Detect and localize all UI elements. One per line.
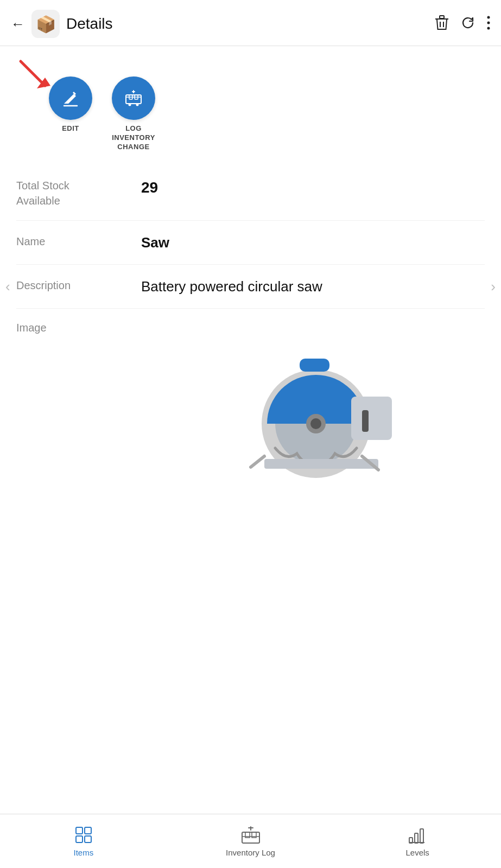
svg-rect-18 [351, 397, 392, 440]
svg-point-4 [487, 16, 490, 19]
svg-rect-22 [264, 459, 378, 469]
edit-action-group: EDIT [49, 76, 92, 133]
levels-nav-label: Levels [406, 848, 429, 857]
log-inventory-button[interactable] [112, 76, 155, 120]
name-value: Saw [141, 233, 485, 252]
svg-line-7 [21, 61, 45, 86]
image-row: Image [0, 309, 501, 494]
chevron-left-button[interactable]: ‹ [5, 278, 10, 295]
svg-point-21 [310, 418, 321, 429]
chevron-right-button[interactable]: › [491, 278, 496, 295]
total-stock-row: Total StockAvailable 29 [16, 165, 485, 221]
levels-icon [408, 825, 427, 845]
edit-label: EDIT [62, 124, 79, 133]
header-left: ← 📦 Details [11, 10, 435, 38]
svg-rect-19 [362, 410, 369, 432]
log-inventory-label: LOGINVENTORYCHANGE [112, 124, 155, 152]
svg-rect-1 [440, 16, 444, 18]
svg-rect-32 [420, 829, 423, 843]
detail-section: Total StockAvailable 29 Name Saw ‹ Descr… [0, 165, 501, 309]
delete-button[interactable] [435, 15, 449, 33]
image-content [141, 321, 485, 494]
saw-image [221, 326, 405, 489]
nav-item-levels[interactable]: Levels [334, 825, 501, 857]
package-icon: 📦 [36, 15, 56, 34]
header-actions [435, 15, 490, 33]
svg-rect-26 [85, 836, 91, 843]
nav-item-inventory-log[interactable]: Inventory Log [167, 825, 334, 857]
svg-rect-10 [126, 95, 141, 104]
name-row: Name Saw [16, 221, 485, 265]
more-button[interactable] [487, 16, 490, 32]
svg-point-14 [136, 104, 139, 106]
inventory-log-nav-label: Inventory Log [226, 848, 275, 857]
inventory-log-icon [241, 825, 261, 845]
description-value: Battery powered circular saw [141, 277, 485, 296]
svg-rect-27 [242, 832, 259, 843]
page-title: Details [66, 15, 113, 33]
svg-rect-31 [415, 833, 418, 843]
svg-rect-23 [76, 827, 83, 834]
header-icon: 📦 [31, 10, 60, 38]
back-button[interactable]: ← [11, 17, 25, 31]
description-row: ‹ Description Battery powered circular s… [16, 265, 485, 309]
log-inventory-action-group: LOGINVENTORYCHANGE [112, 76, 155, 152]
refresh-button[interactable] [461, 16, 475, 32]
nav-item-items[interactable]: Items [0, 825, 167, 857]
svg-rect-25 [76, 836, 83, 843]
total-stock-label: Total StockAvailable [16, 177, 141, 208]
svg-rect-17 [300, 359, 329, 372]
total-stock-value: 29 [141, 177, 485, 198]
name-label: Name [16, 233, 141, 249]
svg-point-6 [487, 27, 490, 30]
bottom-nav: Items Inventory Log Levels [0, 814, 501, 868]
header: ← 📦 Details [0, 0, 501, 46]
svg-point-5 [487, 22, 490, 24]
red-arrow-indicator [15, 56, 53, 94]
svg-point-13 [129, 104, 131, 106]
items-nav-label: Items [73, 848, 93, 857]
description-label: Description [16, 277, 141, 293]
svg-rect-24 [85, 827, 91, 834]
edit-button[interactable] [49, 76, 92, 120]
image-label: Image [16, 321, 141, 334]
action-buttons-area: EDIT LOGINVENTORYCHANGE [0, 46, 501, 165]
items-icon [74, 825, 93, 845]
